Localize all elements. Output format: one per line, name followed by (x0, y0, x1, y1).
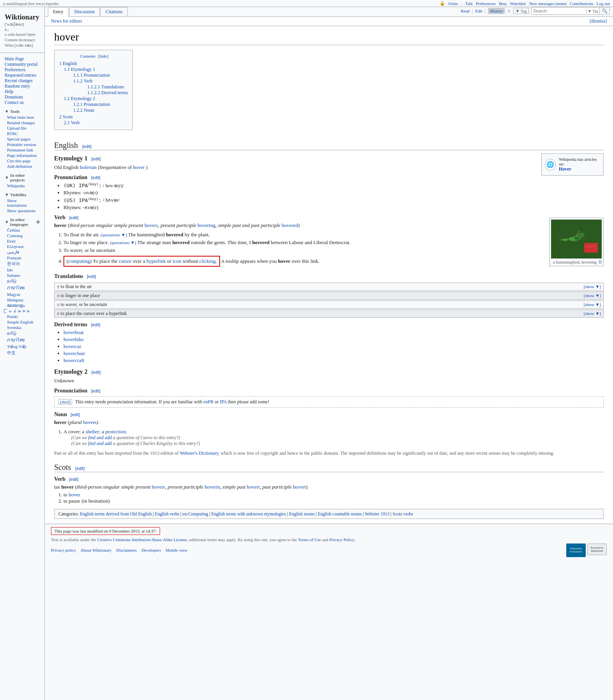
sidebar-item-lang-burmese[interactable]: မြန်မာဘာသာ (0, 308, 44, 314)
protection-link[interactable]: protection (105, 429, 126, 434)
mobile-view-link[interactable]: Mobile view (166, 548, 187, 552)
hovert-link2[interactable]: hovert (293, 484, 306, 490)
dismiss-link[interactable]: [dismiss] (590, 18, 607, 24)
sidebar-item-what-links-here[interactable]: What links here (0, 114, 44, 120)
sidebar-item-add-definition[interactable]: Add definition (0, 164, 44, 169)
scots-hovers-link[interactable]: hovers (151, 484, 165, 490)
sidebar-item-community-portal[interactable]: Community portal (0, 62, 44, 67)
cat-en-computing[interactable]: en:Computing (183, 512, 208, 516)
sidebar-item-lang-simple-english[interactable]: Simple English (0, 319, 44, 325)
sidebar-item-lang-cymraeg[interactable]: Cymraeg (0, 233, 44, 238)
sidebar-item-related-changes[interactable]: Related changes (0, 120, 44, 125)
sidebar-item-requested-entries[interactable]: Requested entries (0, 72, 44, 78)
hovercraft-link[interactable]: hovercraft (63, 357, 84, 363)
contributions-link[interactable]: Contributions (570, 1, 594, 6)
sidebar-item-show-translations[interactable]: Show translations (0, 198, 44, 208)
hoverbike-link[interactable]: hoverbike (63, 336, 84, 342)
hyperlink-link[interactable]: hyperlink (146, 258, 166, 264)
shelter-link[interactable]: shelter (86, 429, 99, 434)
read-link[interactable]: Read (461, 9, 470, 13)
sidebar-item-lang-eesti[interactable]: Eesti (0, 238, 44, 244)
sidebar-item-cite-this-page[interactable]: Cite this page (0, 158, 44, 164)
hovered-link[interactable]: hovered (282, 222, 298, 228)
edit-scots-verb-link[interactable]: [edit] (69, 477, 79, 482)
preferences-link[interactable]: Preferences (476, 1, 496, 6)
edit-derived-link[interactable]: [edit] (91, 322, 100, 327)
toc-link-translations[interactable]: 1.1.2.1 Translations (87, 84, 124, 90)
sidebar-item-help[interactable]: Help (0, 89, 44, 94)
tab-citations[interactable]: Citations (100, 7, 127, 16)
edit-pron2-link[interactable]: [edit] (91, 389, 100, 393)
tag-dropdown[interactable]: ▼ Tag (513, 8, 529, 14)
about-wiktionary-link[interactable]: About Wiktionary (81, 548, 112, 552)
edit-noun-link[interactable]: [edit] (70, 412, 80, 417)
other-languages-header[interactable]: ▼ In other languages ⚙ (0, 216, 44, 227)
edit-pron1-link[interactable]: [edit] (91, 175, 100, 180)
hovers-link[interactable]: hovers (144, 222, 158, 228)
hovercar-link[interactable]: hovercar (63, 343, 81, 349)
tab-entry[interactable]: Entry (48, 7, 69, 17)
hoverboat-link[interactable]: hoverboat (63, 329, 84, 335)
sidebar-item-lang-svenska[interactable]: Svenska (0, 325, 44, 330)
hovert-link1[interactable]: hovert (247, 484, 260, 490)
tools-header[interactable]: ▼ Tools (0, 107, 44, 114)
sidebar-item-preferences[interactable]: Preferences (0, 67, 44, 72)
wikipedia-hover-link[interactable]: Hover (559, 166, 571, 172)
sidebar-item-lang-thai2[interactable]: ภาษาไทย (0, 336, 44, 344)
privacy-policy-link[interactable]: Privacy policy (51, 548, 76, 552)
cat-webster-1913[interactable]: Webster 1913 (365, 512, 389, 516)
edit-english-link[interactable]: [edit] (82, 144, 92, 149)
toc-hide-button[interactable]: [hide] (98, 54, 108, 58)
sidebar-item-lang-tamil[interactable]: தமிழ் (0, 278, 44, 284)
cursor-link[interactable]: cursor (119, 258, 132, 264)
sidebar-item-lang-ido[interactable]: Ido (0, 267, 44, 273)
tab-discussion[interactable]: Discussion (69, 7, 100, 16)
toc-link-etymology1[interactable]: 1.1 Etymology 1 (64, 67, 95, 72)
hover-scots-link[interactable]: hover (69, 492, 80, 498)
new-messages-link[interactable]: New messages (none) (529, 1, 567, 6)
sidebar-item-lang-tamil2[interactable]: தமிழ் (0, 330, 44, 336)
edit-etymology2-link[interactable]: [edit] (92, 370, 101, 375)
cat-english-verbs[interactable]: English verbs (155, 512, 180, 516)
edit-etymology1-link[interactable]: [edit] (92, 157, 101, 161)
other-projects-header[interactable]: ▼ In other projects (0, 171, 44, 183)
sidebar-item-lang-polish[interactable]: Polski (0, 314, 44, 319)
sidebar-item-lang-italiano[interactable]: Italiano (0, 273, 44, 278)
edit-link[interactable]: Edit (475, 9, 482, 13)
cat-unknown-etymologies[interactable]: English terms with unknown etymologies (211, 512, 286, 516)
history-link[interactable]: History (488, 8, 505, 14)
toc-link-english[interactable]: 1 English (59, 61, 77, 66)
sidebar-item-random-entry[interactable]: Random entry (0, 83, 44, 89)
toc-link-verb[interactable]: 1.1.2 Verb (73, 78, 92, 84)
sidebar-item-lang-malagasy[interactable]: Malagasy (0, 297, 44, 303)
news-for-editors-link[interactable]: News for editors (51, 18, 82, 24)
developers-link[interactable]: Developers (141, 548, 161, 552)
toc-link-scots-verb[interactable]: 2.1 Verb (64, 120, 79, 125)
cat-countable-nouns[interactable]: English countable nouns (318, 512, 362, 516)
quotations-toggle-1[interactable]: [quotations ▼] (101, 232, 127, 237)
trans-show-1[interactable]: [show ▼] (584, 284, 601, 289)
toc-link-etymology2[interactable]: 1.2 Etymology 2 (64, 96, 95, 101)
watchlist-link[interactable]: Watchlist (510, 1, 526, 6)
icon-link[interactable]: icon (173, 258, 181, 264)
ipa-link[interactable]: IPA (220, 399, 227, 405)
star-icon[interactable]: ☆ (507, 9, 511, 14)
trans-show-3[interactable]: [show ▼] (584, 302, 601, 307)
sidebar-item-permanent-link[interactable]: Permanent link (0, 147, 44, 153)
trans-show-4[interactable]: [show ▼] (584, 311, 601, 316)
cat-english-nouns[interactable]: English nouns (289, 512, 315, 516)
sidebar-item-lang-magyar[interactable]: Magyar (0, 292, 44, 297)
sidebar-item-donations[interactable]: Donations (0, 94, 44, 100)
toc-link-pron2[interactable]: 1.2.1 Pronunciation (73, 102, 110, 107)
edit-scots-link[interactable]: [edit] (75, 466, 85, 471)
sidebar-item-wikipedia[interactable]: Wikipedia (0, 183, 44, 188)
edit-translations-link[interactable]: [edit] (87, 274, 96, 279)
toc-link-derived[interactable]: 1.1.2.2 Derived terms (87, 90, 128, 95)
hoverin-link[interactable]: hoverin (204, 484, 220, 490)
search-input[interactable] (532, 8, 586, 14)
hovering-link[interactable]: hovering (197, 222, 215, 228)
talk-link[interactable]: Talk (465, 1, 472, 6)
sidebar-item-lang-greek[interactable]: Ελληνικά (0, 244, 44, 249)
edit-verb1-link[interactable]: [edit] (69, 215, 79, 220)
quotations-toggle-2[interactable]: [quotations ▼] (110, 240, 136, 245)
